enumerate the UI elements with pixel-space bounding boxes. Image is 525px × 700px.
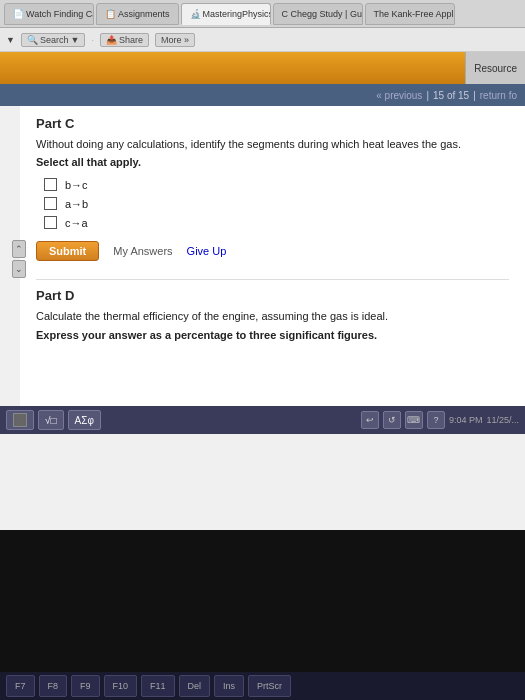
tab-icon-2: 📋 [105,9,115,19]
tab-mastering-physics[interactable]: 🔬 MasteringPhysics: W... [181,3,271,25]
taskbar-item-f8[interactable]: F8 [39,675,68,697]
tab-label-5: The Kank-Free Appl... [374,9,455,19]
return-link[interactable]: return fo [480,90,517,101]
share-icon: 📤 [106,35,117,45]
input-toolbar: √□ AΣφ ↩ ↺ ⌨ ? 9:04 PM 11/25/... [0,406,525,434]
time-display: 9:04 PM [449,415,483,425]
checkbox-bc[interactable] [44,178,57,191]
prev-arrow-btn[interactable]: ⌃ [12,240,26,258]
tab-kank-free[interactable]: The Kank-Free Appl... [365,3,455,25]
tab-chegg[interactable]: C Chegg Study | Guided S... [273,3,363,25]
checkbox-item-ab: a→b [44,197,509,210]
nav-separator-2: | [473,90,476,101]
taskbar-item-del[interactable]: Del [179,675,211,697]
search-dropdown-icon: ▼ [70,35,79,45]
taskbar: F7 F8 F9 F10 F11 Del Ins PrtScr [0,672,525,700]
give-up-link[interactable]: Give Up [187,245,227,257]
dropdown-arrow[interactable]: ▼ [6,35,15,45]
checkbox-ca-label: c→a [65,217,88,229]
search-button[interactable]: 🔍 Search ▼ [21,33,85,47]
toolbar-separator-1: · [91,35,94,45]
input-block-icon [13,413,27,427]
sqrt-button[interactable]: √□ [38,410,64,430]
part-d-express-answer: Express your answer as a percentage to t… [36,329,509,341]
tab-assignments[interactable]: 📋 Assignments [96,3,179,25]
part-d-question: Calculate the thermal efficiency of the … [36,309,509,324]
share-button[interactable]: 📤 Share [100,33,149,47]
my-answers-link[interactable]: My Answers [113,245,172,257]
search-icon: 🔍 [27,35,38,45]
toolbar-right-info: 9:04 PM 11/25/... [449,415,519,425]
resource-button[interactable]: Resource [465,52,525,84]
checkbox-item-ca: c→a [44,216,509,229]
action-row: Submit My Answers Give Up [36,241,509,261]
divider [36,279,509,280]
more-button[interactable]: More » [155,33,195,47]
taskbar-item-f7[interactable]: F7 [6,675,35,697]
part-c-label: Part C [36,116,509,131]
keyboard-button[interactable]: ⌨ [405,411,423,429]
taskbar-item-f11[interactable]: F11 [141,675,175,697]
position-indicator: 15 of 15 [433,90,469,101]
tab-label-4: C Chegg Study | Guided S... [282,9,363,19]
taskbar-item-f10[interactable]: F10 [104,675,138,697]
tab-label-2: Assignments [118,9,170,19]
nav-separator-1: | [426,90,429,101]
taskbar-items: F7 F8 F9 F10 F11 Del Ins PrtScr [6,675,519,697]
part-c-question: Without doing any calculations, identify… [36,137,509,152]
next-arrow-btn[interactable]: ⌄ [12,260,26,278]
tab-label-3: MasteringPhysics: W... [203,9,271,19]
tab-icon-3: 🔬 [190,9,200,19]
checkbox-item-bc: b→c [44,178,509,191]
checkbox-ab-label: a→b [65,198,88,210]
tab-icon-1: 📄 [13,9,23,19]
main-content: Part C Without doing any calculations, i… [20,106,525,406]
tab-label-1: Watch Finding Carter O... [26,9,94,19]
date-display: 11/25/... [486,415,519,425]
math-symbols-button[interactable]: AΣφ [68,410,101,430]
part-c-section: Part C Without doing any calculations, i… [36,116,509,261]
side-navigation: ⌃ ⌄ [12,240,28,278]
taskbar-item-prtscr[interactable]: PrtScr [248,675,291,697]
submit-button[interactable]: Submit [36,241,99,261]
tab-watch-finding-carter[interactable]: 📄 Watch Finding Carter O... [4,3,94,25]
checkbox-ab[interactable] [44,197,57,210]
taskbar-item-f9[interactable]: F9 [71,675,100,697]
checkbox-group: b→c a→b c→a [44,178,509,229]
desk-surface: F7 F8 F9 F10 F11 Del Ins PrtScr [0,530,525,700]
header-bar: Resource [0,52,525,84]
redo-button[interactable]: ↺ [383,411,401,429]
taskbar-item-ins[interactable]: Ins [214,675,244,697]
previous-link[interactable]: « previous [376,90,422,101]
select-all-label: Select all that apply. [36,156,509,168]
part-d-label: Part D [36,288,509,303]
checkbox-ca[interactable] [44,216,57,229]
browser-toolbar: ▼ 🔍 Search ▼ · 📤 Share More » [0,28,525,52]
undo-button[interactable]: ↩ [361,411,379,429]
checkbox-bc-label: b→c [65,179,88,191]
input-icon-block[interactable] [6,410,34,430]
help-button[interactable]: ? [427,411,445,429]
part-d-section: Part D Calculate the thermal efficiency … [36,288,509,340]
navigation-bar: « previous | 15 of 15 | return fo [0,84,525,106]
